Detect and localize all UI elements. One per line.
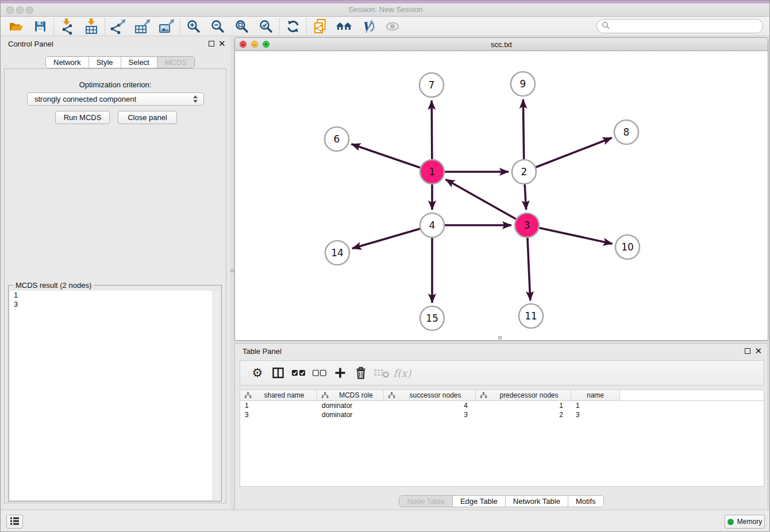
attribute-type-icon [321, 392, 329, 399]
zoom-out-icon[interactable] [206, 17, 230, 36]
table-panel-title: Table Panel [242, 347, 282, 356]
canvas-resize-grip[interactable] [498, 336, 502, 340]
node-9[interactable]: 9 [511, 72, 535, 96]
float-table-panel-icon[interactable] [745, 348, 750, 354]
optimization-criterion-label: Optimization criterion: [5, 80, 226, 89]
node-7[interactable]: 7 [419, 73, 444, 97]
add-column-icon[interactable] [330, 363, 351, 383]
edge-3-10[interactable] [527, 225, 613, 244]
delete-table-icon [371, 363, 392, 383]
open-session-icon[interactable] [4, 17, 28, 36]
table-cell: 1 [476, 401, 571, 410]
table-settings-gear-icon[interactable]: ⚙ [247, 363, 268, 383]
close-table-panel-icon[interactable]: ✕ [754, 346, 762, 356]
control-panel-title: Control Panel [8, 40, 53, 48]
node-6[interactable]: 6 [325, 127, 349, 151]
node-4[interactable]: 4 [420, 213, 444, 237]
chevron-up-down-icon [191, 95, 200, 103]
mcds-result-item[interactable]: 3 [10, 300, 220, 309]
result-scrollbar[interactable] [213, 291, 220, 500]
node-10[interactable]: 10 [615, 235, 640, 259]
network-window-title: scc.txt [235, 40, 768, 49]
run-mcds-button[interactable]: Run MCDS [55, 111, 110, 124]
cybrowser-home-icon[interactable] [332, 17, 356, 36]
export-network-icon[interactable] [106, 17, 130, 36]
node-14[interactable]: 14 [325, 241, 349, 265]
tab-network[interactable]: Network [46, 57, 88, 68]
criterion-selected-value: strongly connected component [28, 95, 191, 103]
node-1[interactable]: 1 [420, 160, 444, 184]
svg-text:11: 11 [525, 310, 537, 322]
table-cell: 4 [384, 401, 476, 410]
table-panel-header: Table Panel ✕ [235, 344, 768, 358]
column-header-shared-name[interactable]: shared name [240, 390, 317, 400]
column-header-MCDS-role[interactable]: MCDS role [317, 390, 384, 400]
import-network-icon[interactable] [55, 17, 79, 36]
export-image-icon[interactable] [155, 17, 179, 36]
show-columns-icon[interactable] [268, 363, 288, 383]
network-canvas[interactable]: 7968124314101511 [235, 51, 768, 340]
titlebar-accent [1, 1, 770, 3]
splitter-grip[interactable] [230, 269, 234, 272]
svg-text:9: 9 [520, 78, 526, 90]
column-header-predecessor-nodes[interactable]: predecessor nodes [476, 390, 571, 400]
zoom-in-icon[interactable] [182, 17, 206, 36]
column-header-successor-nodes[interactable]: successor nodes [384, 390, 476, 400]
mcds-result-item[interactable]: 1 [10, 291, 220, 300]
tab-node-table[interactable]: Node Table [399, 496, 452, 507]
node-3[interactable]: 3 [515, 213, 539, 237]
tab-edge-table[interactable]: Edge Table [452, 496, 505, 507]
tab-network-table[interactable]: Network Table [505, 496, 568, 507]
network-window-titlebar[interactable]: × – + scc.txt [235, 38, 768, 51]
close-panel-button[interactable]: Close panel [118, 111, 177, 124]
network-graph[interactable]: 7968124314101511 [235, 51, 768, 340]
table-row[interactable]: 3dominator323 [240, 410, 764, 419]
node-15[interactable]: 15 [420, 306, 444, 330]
vertical-splitter[interactable] [230, 36, 234, 511]
edge-3-1[interactable] [446, 179, 528, 225]
main-toolbar: V [1, 17, 770, 36]
svg-text:4: 4 [429, 219, 436, 231]
tab-mcds[interactable]: MCDS [157, 57, 194, 68]
toolbar-separator [306, 18, 307, 34]
zoom-selected-icon[interactable] [254, 17, 278, 36]
criterion-select[interactable]: strongly connected component [27, 92, 204, 106]
select-all-icon[interactable] [288, 363, 309, 383]
titlebar: Session: New Session [1, 1, 770, 17]
search-input[interactable] [613, 22, 758, 30]
svg-text:6: 6 [334, 133, 340, 145]
table-row[interactable]: 1dominator411 [240, 401, 764, 410]
close-panel-icon[interactable]: ✕ [218, 38, 226, 49]
save-session-icon[interactable] [28, 17, 52, 36]
svg-text:1: 1 [429, 166, 436, 178]
tab-motifs[interactable]: Motifs [568, 496, 603, 507]
node-8[interactable]: 8 [614, 120, 638, 144]
network-file-icon[interactable] [308, 17, 332, 36]
node-2[interactable]: 2 [512, 160, 536, 184]
node-table[interactable]: shared nameMCDS rolesuccessor nodesprede… [240, 390, 764, 487]
refresh-icon[interactable] [281, 17, 305, 36]
attribute-type-icon [480, 392, 487, 399]
mcds-result-list[interactable]: 13 [10, 291, 220, 500]
memory-status-icon [727, 519, 734, 525]
import-table-icon[interactable] [79, 17, 103, 36]
window-title: Session: New Session [1, 5, 770, 14]
tab-style[interactable]: Style [88, 57, 121, 68]
export-table-icon[interactable] [130, 17, 155, 36]
status-bar: Memory [1, 510, 770, 531]
table-cell: 2 [476, 410, 571, 419]
vizmapper-icon[interactable]: V [356, 17, 380, 36]
node-11[interactable]: 11 [519, 304, 543, 328]
svg-text:14: 14 [331, 247, 344, 259]
deselect-all-icon[interactable] [309, 363, 330, 383]
search-box[interactable] [596, 19, 763, 33]
task-history-button[interactable] [6, 515, 23, 529]
zoom-fit-icon[interactable] [230, 17, 254, 36]
tab-select[interactable]: Select [121, 57, 157, 68]
float-panel-icon[interactable] [209, 41, 214, 47]
delete-column-icon[interactable] [351, 363, 371, 383]
edge-2-8[interactable] [524, 138, 612, 172]
memory-button[interactable]: Memory [725, 515, 765, 529]
attribute-type-icon [388, 392, 395, 399]
column-header-name[interactable]: name [571, 390, 620, 400]
